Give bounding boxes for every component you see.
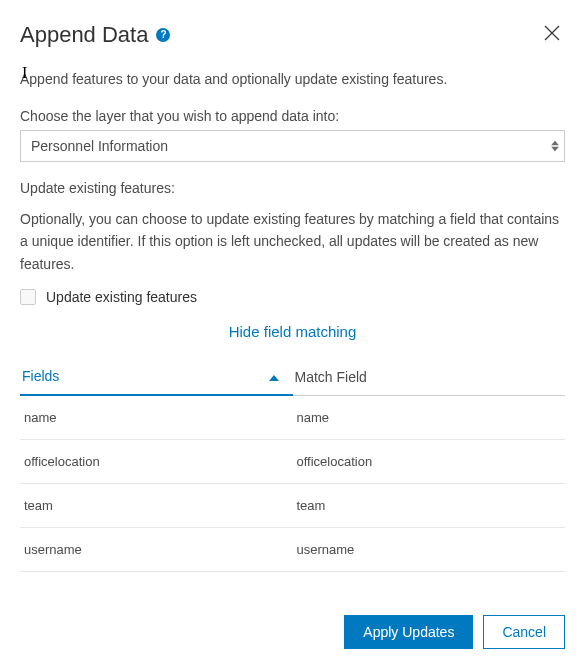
field-cell: username <box>20 528 293 571</box>
update-existing-checkbox[interactable] <box>20 289 36 305</box>
layer-select-value: Personnel Information <box>31 138 168 154</box>
update-help-text: Optionally, you can choose to update exi… <box>20 208 565 275</box>
help-icon[interactable]: ? <box>156 28 170 42</box>
dialog-header: Append Data ? <box>20 20 565 49</box>
field-matching-toggle-wrapper: Hide field matching <box>20 323 565 340</box>
cancel-button[interactable]: Cancel <box>483 615 565 649</box>
field-matching-toggle[interactable]: Hide field matching <box>229 323 357 340</box>
update-checkbox-row: Update existing features <box>20 289 565 305</box>
header-left: Append Data ? <box>20 22 170 48</box>
match-cell: team <box>293 484 566 527</box>
field-matching-table: Fields Match Field name name officelocat… <box>20 358 565 572</box>
field-cell: name <box>20 396 293 439</box>
sort-ascending-icon <box>269 368 279 384</box>
dialog-description: Append features to your data and optiona… <box>20 69 565 90</box>
column-header-match-label: Match Field <box>295 369 367 385</box>
table-body: name name officelocation officelocation … <box>20 396 565 572</box>
dialog-title: Append Data <box>20 22 148 48</box>
dialog-footer: Apply Updates Cancel <box>344 615 565 649</box>
match-cell: name <box>293 396 566 439</box>
close-icon[interactable] <box>539 20 565 49</box>
layer-select[interactable]: Personnel Information <box>20 130 565 162</box>
table-row: team team <box>20 484 565 528</box>
column-header-fields-label: Fields <box>22 368 59 384</box>
field-cell: team <box>20 484 293 527</box>
table-header: Fields Match Field <box>20 358 565 396</box>
table-row: officelocation officelocation <box>20 440 565 484</box>
layer-select-wrapper: Personnel Information <box>20 130 565 162</box>
update-existing-label[interactable]: Update existing features <box>46 289 197 305</box>
update-section-heading: Update existing features: <box>20 180 565 196</box>
table-row: username username <box>20 528 565 572</box>
layer-select-label: Choose the layer that you wish to append… <box>20 108 565 124</box>
column-header-fields[interactable]: Fields <box>20 358 293 396</box>
match-cell: officelocation <box>293 440 566 483</box>
table-row: name name <box>20 396 565 440</box>
column-header-match[interactable]: Match Field <box>293 358 566 395</box>
field-cell: officelocation <box>20 440 293 483</box>
apply-updates-button[interactable]: Apply Updates <box>344 615 473 649</box>
match-cell: username <box>293 528 566 571</box>
